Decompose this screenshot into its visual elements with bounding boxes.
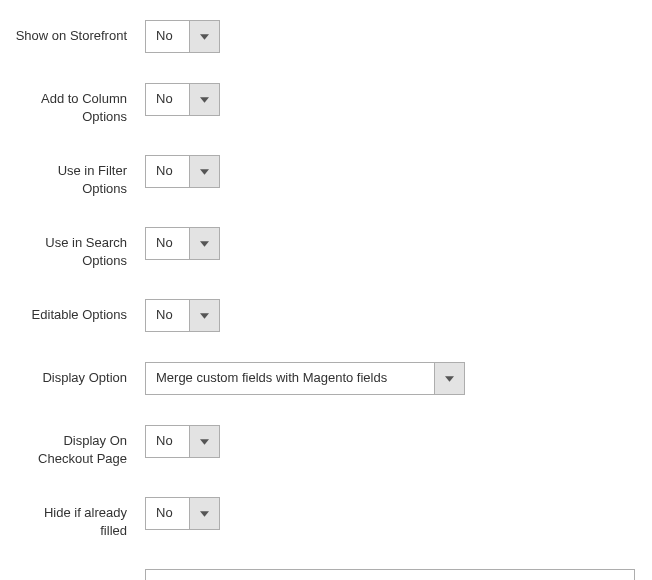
field-sorting-order: Sorting Order bbox=[15, 569, 637, 580]
select-value: No bbox=[146, 300, 189, 331]
label-display-option: Display Option bbox=[15, 362, 145, 387]
chevron-down-icon bbox=[189, 84, 219, 115]
label-hide-if-filled: Hide if already filled bbox=[15, 497, 145, 539]
chevron-down-icon bbox=[189, 300, 219, 331]
select-value: No bbox=[146, 228, 189, 259]
label-show-on-storefront: Show on Storefront bbox=[15, 20, 145, 45]
field-use-in-filter: Use in Filter Options No bbox=[15, 155, 637, 197]
select-display-option[interactable]: Merge custom fields with Magento fields bbox=[145, 362, 465, 395]
field-add-to-column: Add to Column Options No bbox=[15, 83, 637, 125]
control-display-option: Merge custom fields with Magento fields bbox=[145, 362, 637, 395]
label-editable-options: Editable Options bbox=[15, 299, 145, 324]
select-use-in-filter[interactable]: No bbox=[145, 155, 220, 188]
chevron-down-icon bbox=[189, 228, 219, 259]
chevron-down-icon bbox=[189, 156, 219, 187]
label-sorting-order: Sorting Order bbox=[15, 569, 145, 580]
control-use-in-filter: No bbox=[145, 155, 637, 188]
select-value: No bbox=[146, 156, 189, 187]
control-hide-if-filled: No bbox=[145, 497, 637, 530]
field-editable-options: Editable Options No bbox=[15, 299, 637, 332]
control-add-to-column: No bbox=[145, 83, 637, 116]
field-use-in-search: Use in Search Options No bbox=[15, 227, 637, 269]
control-editable-options: No bbox=[145, 299, 637, 332]
select-value: Merge custom fields with Magento fields bbox=[146, 363, 434, 394]
select-show-on-storefront[interactable]: No bbox=[145, 20, 220, 53]
field-show-on-storefront: Show on Storefront No bbox=[15, 20, 637, 53]
select-editable-options[interactable]: No bbox=[145, 299, 220, 332]
select-value: No bbox=[146, 498, 189, 529]
select-use-in-search[interactable]: No bbox=[145, 227, 220, 260]
select-hide-if-filled[interactable]: No bbox=[145, 497, 220, 530]
control-display-on-checkout: No bbox=[145, 425, 637, 458]
chevron-down-icon bbox=[189, 426, 219, 457]
field-display-option: Display Option Merge custom fields with … bbox=[15, 362, 637, 395]
label-display-on-checkout: Display On Checkout Page bbox=[15, 425, 145, 467]
chevron-down-icon bbox=[434, 363, 464, 394]
select-value: No bbox=[146, 21, 189, 52]
chevron-down-icon bbox=[189, 498, 219, 529]
label-add-to-column: Add to Column Options bbox=[15, 83, 145, 125]
label-use-in-search: Use in Search Options bbox=[15, 227, 145, 269]
control-sorting-order bbox=[145, 569, 637, 580]
select-value: No bbox=[146, 84, 189, 115]
input-sorting-order[interactable] bbox=[145, 569, 635, 580]
control-show-on-storefront: No bbox=[145, 20, 637, 53]
select-add-to-column[interactable]: No bbox=[145, 83, 220, 116]
control-use-in-search: No bbox=[145, 227, 637, 260]
field-hide-if-filled: Hide if already filled No bbox=[15, 497, 637, 539]
select-display-on-checkout[interactable]: No bbox=[145, 425, 220, 458]
field-display-on-checkout: Display On Checkout Page No bbox=[15, 425, 637, 467]
chevron-down-icon bbox=[189, 21, 219, 52]
select-value: No bbox=[146, 426, 189, 457]
label-use-in-filter: Use in Filter Options bbox=[15, 155, 145, 197]
